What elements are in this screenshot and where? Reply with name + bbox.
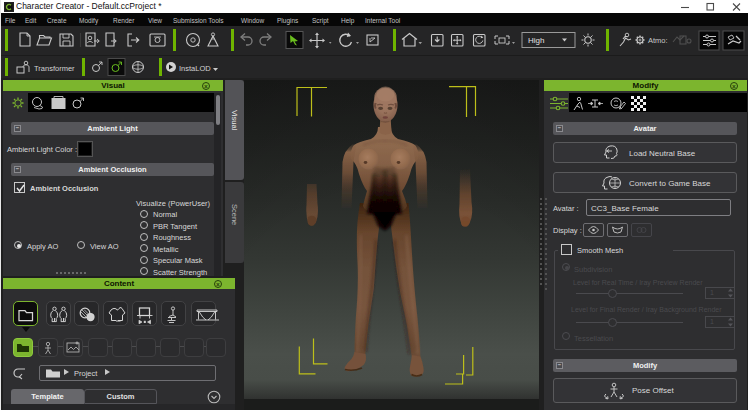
svg-text:High: High [528,36,544,45]
svg-text:Transformer: Transformer [34,64,75,73]
svg-text:Atmo:: Atmo: [648,36,668,45]
svg-text:InstaLOD: InstaLOD [179,64,211,73]
